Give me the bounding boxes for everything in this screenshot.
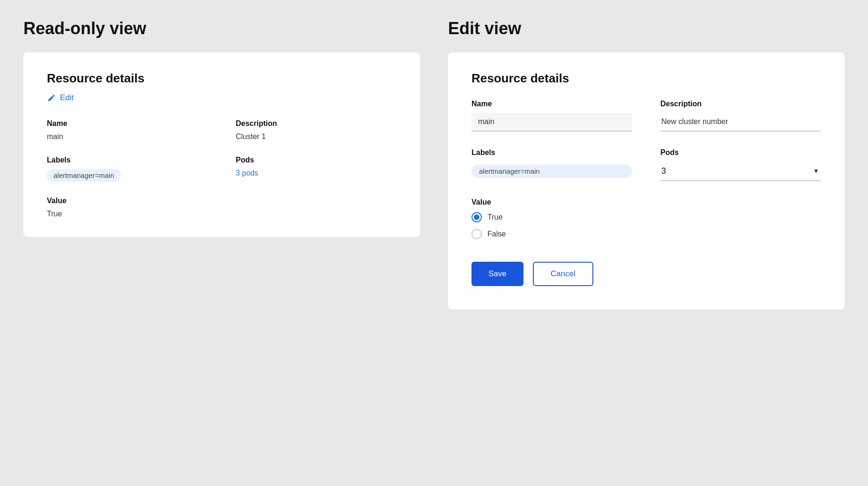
readonly-description-label: Description bbox=[236, 119, 397, 128]
edit-label-chip: alertmanager=main bbox=[471, 164, 632, 178]
edit-name-field: Name bbox=[471, 100, 632, 132]
readonly-value-field: Value True bbox=[47, 197, 208, 218]
edit-labels-label: Labels bbox=[471, 148, 632, 157]
radio-false-circle bbox=[471, 229, 482, 239]
value-true-label: True bbox=[487, 213, 502, 221]
readonly-pods-value[interactable]: 3 pods bbox=[236, 169, 397, 177]
readonly-name-field: Name main bbox=[47, 119, 208, 141]
edit-card: Resource details Name Description Labels… bbox=[448, 52, 845, 309]
edit-value-label: Value bbox=[471, 198, 821, 206]
edit-card-title: Resource details bbox=[471, 71, 821, 86]
readonly-pods-field: Pods 3 pods bbox=[236, 156, 397, 182]
readonly-fields: Name main Description Cluster 1 Labels a… bbox=[47, 119, 397, 218]
readonly-description-value: Cluster 1 bbox=[236, 133, 397, 141]
edit-description-label: Description bbox=[660, 100, 821, 108]
pencil-icon bbox=[47, 93, 56, 103]
edit-link-label: Edit bbox=[60, 93, 74, 103]
readonly-value-value: True bbox=[47, 210, 208, 218]
edit-description-input[interactable] bbox=[660, 113, 821, 132]
readonly-labels-field: Labels alertmanager=main bbox=[47, 156, 208, 182]
edit-labels-field: Labels alertmanager=main bbox=[471, 148, 632, 181]
edit-description-field: Description bbox=[660, 100, 821, 132]
edit-title: Edit view bbox=[448, 19, 845, 38]
edit-fields-grid: Name Description Labels alertmanager=mai… bbox=[471, 100, 821, 181]
value-radio-group: True False bbox=[471, 212, 821, 239]
edit-name-input[interactable] bbox=[471, 113, 632, 132]
edit-section: Edit view Resource details Name Descript… bbox=[448, 19, 845, 309]
readonly-label-chip: alertmanager=main bbox=[47, 169, 121, 182]
readonly-card: Resource details Edit Name main Descript… bbox=[23, 52, 420, 237]
value-false-label: False bbox=[487, 230, 506, 238]
readonly-title: Read-only view bbox=[23, 19, 420, 38]
edit-pods-label: Pods bbox=[660, 148, 821, 157]
readonly-labels-value: alertmanager=main bbox=[47, 169, 208, 182]
cancel-button[interactable]: Cancel bbox=[533, 262, 593, 286]
edit-value-section: Value True False bbox=[471, 198, 821, 239]
readonly-section: Read-only view Resource details Edit Nam… bbox=[23, 19, 420, 237]
radio-true-circle bbox=[471, 212, 482, 222]
readonly-card-title: Resource details bbox=[47, 71, 397, 86]
readonly-pods-label: Pods bbox=[236, 156, 397, 164]
value-false-option[interactable]: False bbox=[471, 229, 821, 239]
readonly-labels-label: Labels bbox=[47, 156, 208, 164]
edit-name-label: Name bbox=[471, 100, 632, 108]
readonly-name-label: Name bbox=[47, 119, 208, 128]
pods-select-wrapper: 1 2 3 4 5 ▼ bbox=[660, 162, 821, 181]
edit-pods-field: Pods 1 2 3 4 5 ▼ bbox=[660, 148, 821, 181]
edit-link[interactable]: Edit bbox=[47, 93, 397, 103]
edit-button-row: Save Cancel bbox=[471, 262, 821, 286]
readonly-name-value: main bbox=[47, 133, 208, 141]
edit-pods-select[interactable]: 1 2 3 4 5 bbox=[660, 162, 821, 180]
readonly-value-label: Value bbox=[47, 197, 208, 205]
save-button[interactable]: Save bbox=[471, 262, 524, 286]
value-true-option[interactable]: True bbox=[471, 212, 821, 222]
readonly-description-field: Description Cluster 1 bbox=[236, 119, 397, 141]
